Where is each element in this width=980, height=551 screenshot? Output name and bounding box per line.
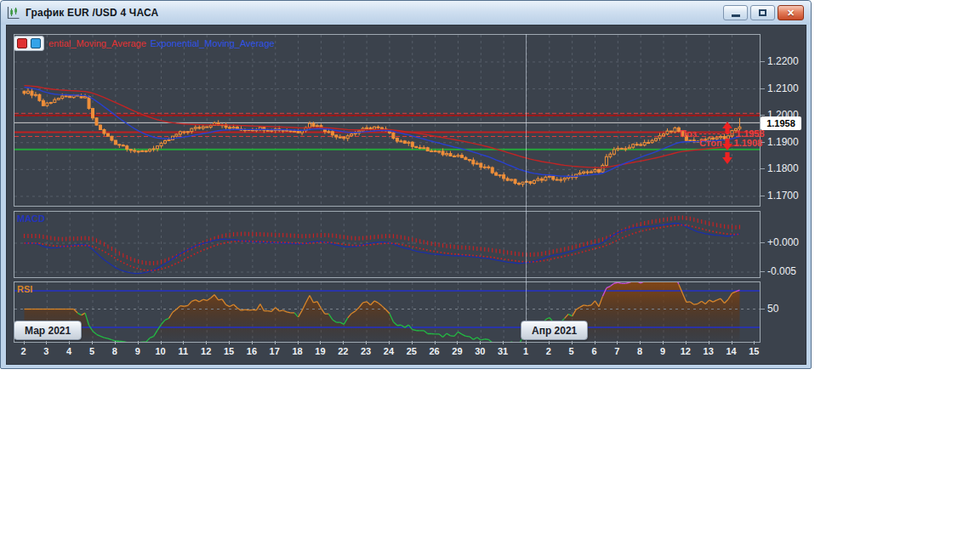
- time-axis-tick: [275, 341, 276, 344]
- order-arrow-markers: [720, 121, 735, 165]
- time-axis-label: 5: [89, 346, 94, 356]
- time-axis-label: 13: [704, 346, 714, 356]
- window-controls: ✕: [723, 5, 804, 20]
- time-axis-label: 6: [591, 346, 596, 356]
- time-axis-tick: [92, 341, 93, 344]
- time-axis-label: 7: [614, 346, 619, 356]
- indicator-legend: ential_Moving_Average Exponential_Moving…: [14, 36, 275, 51]
- price-pane[interactable]: [14, 34, 761, 207]
- axis-tick-label: 1.1700: [767, 190, 799, 202]
- legend-ema-blue-label: Exponential_Moving_Average: [151, 38, 275, 48]
- macd-axis: +0.000-0.005: [759, 211, 805, 276]
- minimize-icon: [732, 14, 740, 17]
- macd-pane-label: MACD: [17, 213, 45, 224]
- time-axis-label: 8: [112, 346, 117, 356]
- position-label: Поз: [680, 128, 697, 139]
- axis-tick-label: 1.1900: [767, 136, 799, 148]
- time-axis-tick: [457, 341, 458, 344]
- chart-client-area: MACD RSI ential_Moving_Average Exponenti…: [6, 25, 806, 365]
- time-axis-tick: [709, 341, 709, 344]
- legend-swatches[interactable]: [14, 36, 44, 51]
- time-axis-label: 4: [66, 346, 71, 356]
- time-axis-tick: [617, 341, 618, 344]
- time-axis-tick: [366, 341, 367, 344]
- axis-tick-label: 1.1800: [767, 162, 799, 174]
- axis-tick-label: 1.2100: [767, 82, 799, 94]
- time-axis-tick: [754, 341, 755, 344]
- rsi-axis: 50: [759, 281, 805, 341]
- axis-tick-label: -0.005: [767, 265, 796, 277]
- time-axis-label: 26: [429, 346, 439, 356]
- time-axis-label: 10: [155, 346, 165, 356]
- close-icon: ✕: [787, 8, 795, 19]
- time-axis-label: 12: [681, 346, 691, 356]
- time-axis-label: 9: [660, 346, 665, 356]
- axis-tick-label: 1.2200: [767, 55, 799, 67]
- time-axis-tick: [732, 341, 732, 344]
- time-axis-tick: [640, 341, 641, 344]
- time-axis-label: 5: [569, 346, 574, 356]
- rsi-pane-label: RSI: [17, 284, 32, 294]
- time-axis-label: 22: [338, 346, 348, 356]
- time-axis-tick: [320, 341, 321, 344]
- time-axis-tick: [595, 341, 595, 344]
- time-axis-tick: [503, 341, 504, 344]
- titlebar[interactable]: График EUR /USD 4 ЧАСА ✕: [1, 1, 811, 25]
- time-axis-tick: [480, 341, 481, 344]
- time-axis-label: 31: [498, 346, 508, 356]
- time-axis-label: 17: [270, 346, 280, 356]
- stop-value: 1.1908: [734, 138, 763, 148]
- stop-label: Стоп: [699, 138, 722, 148]
- time-axis-label: 29: [452, 346, 462, 356]
- maximize-icon: [759, 9, 766, 16]
- chart-window: График EUR /USD 4 ЧАСА ✕ MACD RSI: [0, 0, 812, 369]
- time-axis-tick: [161, 341, 162, 344]
- time-axis-label: 2: [546, 346, 551, 356]
- time-axis-tick: [526, 341, 527, 344]
- time-axis-label: 23: [361, 346, 371, 356]
- time-axis-tick: [252, 341, 253, 344]
- time-axis-tick: [686, 341, 687, 344]
- time-axis-label: 24: [384, 346, 394, 356]
- chart-app-icon: [6, 6, 20, 20]
- minimize-button[interactable]: [723, 5, 748, 20]
- time-axis-tick: [24, 341, 25, 344]
- maximize-button[interactable]: [750, 5, 775, 20]
- axis-tick-label: 50: [767, 303, 778, 315]
- time-axis-tick: [206, 341, 207, 344]
- time-axis-label: 2: [20, 346, 26, 356]
- time-axis-tick: [183, 341, 184, 344]
- time-axis-tick: [572, 341, 573, 344]
- close-button[interactable]: ✕: [778, 5, 804, 20]
- time-axis-label: 15: [224, 346, 234, 356]
- ema-blue-swatch-icon[interactable]: [31, 38, 41, 48]
- time-axis-tick: [549, 341, 550, 344]
- axis-tick-label: +0.000: [767, 236, 799, 248]
- time-axis-tick: [435, 341, 436, 344]
- time-axis-tick: [69, 341, 70, 344]
- month-separator-line: [526, 34, 527, 341]
- time-axis-label: 25: [407, 346, 417, 356]
- rsi-pane[interactable]: RSI: [14, 281, 761, 343]
- time-axis-label: 1: [523, 346, 528, 356]
- time-axis-tick: [663, 341, 664, 344]
- time-axis[interactable]: 2345891011121516171819222324252629303112…: [14, 341, 766, 361]
- time-axis-tick: [343, 341, 344, 344]
- time-axis-tick: [115, 341, 116, 344]
- ema-red-swatch-icon[interactable]: [17, 38, 27, 48]
- time-axis-label: 30: [475, 346, 485, 356]
- time-axis-tick: [229, 341, 230, 344]
- time-axis-tick: [412, 341, 413, 344]
- time-axis-label: 8: [637, 346, 642, 356]
- macd-pane[interactable]: MACD: [14, 211, 761, 278]
- window-title: График EUR /USD 4 ЧАСА: [26, 7, 158, 19]
- time-axis-label: 14: [726, 346, 736, 356]
- time-axis-label: 16: [247, 346, 257, 356]
- time-axis-tick: [389, 341, 390, 344]
- current-price-tag: 1.1958: [761, 116, 801, 130]
- time-axis-label: 19: [315, 346, 325, 356]
- month-label-apr[interactable]: Апр 2021: [521, 321, 588, 340]
- month-label-mar[interactable]: Мар 2021: [14, 321, 82, 340]
- time-axis-tick: [298, 341, 299, 344]
- time-axis-label: 12: [201, 346, 211, 356]
